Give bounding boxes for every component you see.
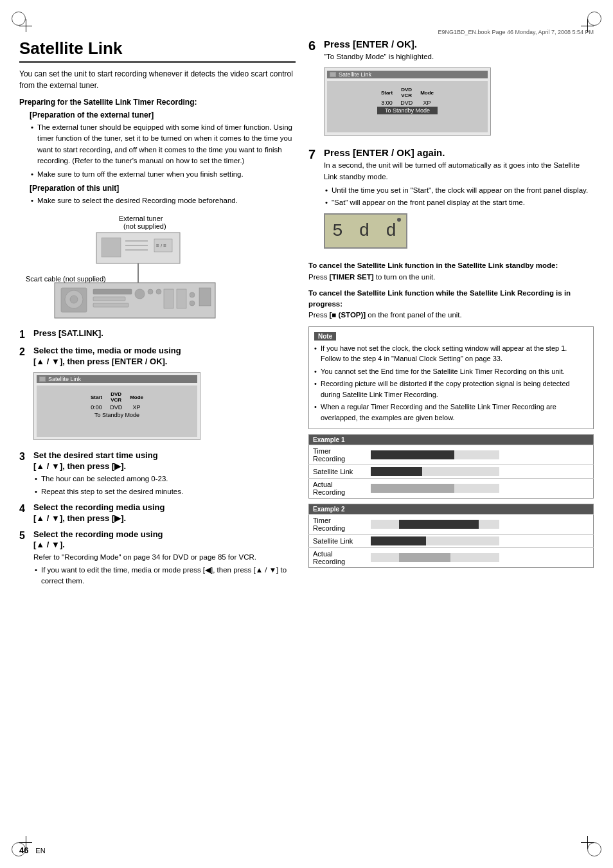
- sat-link-table-6: Start DVDVCR Mode 3:00 DVD XP: [377, 86, 438, 114]
- crosshair-br: [581, 836, 594, 849]
- sat-link-title-bar: Satellite Link: [37, 375, 197, 383]
- sub2-bullet-0: Make sure to select the desired Recordin…: [30, 195, 296, 206]
- ex1-sat-bar: [367, 465, 594, 479]
- step-1-num: 1: [19, 328, 31, 341]
- main-content: Satellite Link You can set the unit to s…: [19, 39, 594, 592]
- col-vcr-6: DVDVCR: [396, 86, 416, 99]
- step-5: 5 Select the recording mode using[▲ / ▼]…: [19, 529, 296, 587]
- page-container: E9NG1BD_EN.book Page 46 Monday, April 7,…: [0, 0, 613, 868]
- step-2-text: Select the time, media or mode using[▲ /…: [33, 346, 200, 368]
- col-start-6: Start: [377, 86, 396, 99]
- svg-text:External tuner: External tuner: [119, 215, 163, 222]
- sat-link-ui-step2: Satellite Link Start DVDVCR Mode 0:0: [33, 372, 200, 440]
- step-6: 6 Press [ENTER / OK]. "To Standby Mode" …: [308, 39, 594, 141]
- crosshair-tr: [581, 19, 594, 32]
- sub2-section: [Preparation of this unit] Make sure to …: [19, 184, 296, 206]
- diagram: External tuner (not supplied) ≡ / ≡ Scar…: [19, 207, 296, 328]
- step-4-num: 4: [19, 502, 31, 515]
- ex2-timer-bar: [367, 515, 594, 535]
- step-2-num: 2: [19, 346, 31, 358]
- step-1-text: Press [SAT.LINK].: [33, 328, 103, 339]
- ex1-sat-label: Satellite Link: [309, 465, 367, 479]
- note-1: You cannot set the End time for the Sate…: [314, 366, 588, 377]
- cancel-section-1: To cancel the Satellite Link function in…: [308, 260, 594, 283]
- col-start: Start: [87, 391, 106, 403]
- svg-rect-17: [93, 303, 129, 307]
- col-vcr: DVDVCR: [106, 391, 126, 403]
- sub1-bullet-0: The external tuner should be equipped wi…: [30, 122, 296, 166]
- ex2-timer-label: TimerRecording: [309, 515, 367, 535]
- page-num-value: 46: [19, 846, 28, 855]
- svg-rect-3: [102, 238, 121, 257]
- standby-text-6: To Standby Mode: [377, 107, 438, 114]
- left-column: Satellite Link You can set the unit to s…: [19, 39, 296, 592]
- right-column: 6 Press [ENTER / OK]. "To Standby Mode" …: [308, 39, 594, 592]
- page-number: 46 EN: [19, 846, 46, 855]
- sat-link-content-6: Start DVDVCR Mode 3:00 DVD XP: [327, 81, 488, 132]
- step-4-text: Select the recording media using[▲ / ▼],…: [33, 502, 164, 524]
- example-1-title: Example 1: [309, 435, 594, 445]
- section-title: Satellite Link: [19, 39, 296, 63]
- row-start-6: 3:00: [377, 99, 396, 107]
- svg-rect-18: [135, 289, 145, 299]
- step-3-text: Set the desired start time using[▲ / ▼],…: [33, 450, 183, 472]
- ex1-timer-bar: [367, 445, 594, 465]
- step-2: 2 Select the time, media or mode using[▲…: [19, 346, 296, 446]
- svg-text:(not supplied): (not supplied): [123, 222, 166, 230]
- ex2-sat-bar: [367, 535, 594, 548]
- svg-text:≡ / ≡: ≡ / ≡: [156, 243, 166, 249]
- step-3-bullet-1: Repeat this step to set the desired minu…: [33, 486, 183, 497]
- svg-point-14: [70, 296, 78, 303]
- example-2-title: Example 2: [309, 504, 594, 515]
- step-5-body: Refer to "Recording Mode" on page 34 for…: [33, 552, 296, 563]
- sub1-bullet-1: Make sure to turn off the external tuner…: [30, 169, 296, 180]
- svg-rect-21: [164, 289, 173, 308]
- sat-link-icon-6: [330, 72, 336, 77]
- svg-rect-20: [156, 289, 161, 294]
- svg-rect-16: [93, 297, 125, 301]
- lcd-text: 5 d d: [332, 221, 399, 241]
- sat-link-icon: [39, 376, 46, 382]
- sat-link-ui-step6: Satellite Link Start DVDVCR Mode 3:0: [324, 67, 491, 136]
- sub1-header: [Preparation of the external tuner]: [30, 111, 296, 120]
- sat-link-title-6: Satellite Link: [339, 71, 371, 78]
- example-1-table: Example 1 TimerRecording Satellite Link: [308, 434, 594, 499]
- connection-diagram: External tuner (not supplied) ≡ / ≡ Scar…: [19, 212, 251, 321]
- row-mode-6: XP: [416, 99, 438, 107]
- lcd-display: 5 d d: [324, 213, 407, 249]
- col-mode: Mode: [126, 391, 147, 403]
- row-start: 0:00: [87, 403, 106, 411]
- step-4: 4 Select the recording media using[▲ / ▼…: [19, 502, 296, 524]
- cancel-1-bold: To cancel the Satellite Link function in…: [308, 260, 594, 271]
- step-5-text: Select the recording mode using[▲ / ▼].: [33, 529, 296, 551]
- preparing-header: Preparing for the Satellite Link Timer R…: [19, 98, 296, 107]
- sat-link-table: Start DVDVCR Mode 0:00 DVD XP: [87, 391, 147, 419]
- row-dvd-6: DVD: [396, 99, 416, 107]
- svg-rect-24: [190, 301, 195, 306]
- step-7-num: 7: [308, 147, 321, 161]
- note-2: Recording picture will be distorted if t…: [314, 378, 588, 400]
- step-1: 1 Press [SAT.LINK].: [19, 328, 296, 341]
- svg-rect-15: [93, 289, 132, 294]
- note-box: Note If you have not set the clock, the …: [308, 326, 594, 430]
- cancel-1-body: Press [TIMER SET] to turn on the unit.: [308, 272, 594, 283]
- ex1-timer-label: TimerRecording: [309, 445, 367, 465]
- note-0: If you have not set the clock, the clock…: [314, 343, 588, 364]
- step-7-text: Press [ENTER / OK] again.: [324, 147, 594, 159]
- ex2-actual-label: ActualRecording: [309, 548, 367, 568]
- ex1-actual-label: ActualRecording: [309, 479, 367, 499]
- section-intro: You can set the unit to start recording …: [19, 68, 296, 91]
- ex1-actual-bar: [367, 479, 594, 499]
- step-5-num: 5: [19, 529, 31, 542]
- sat-link-content: Start DVDVCR Mode 0:00 DVD XP: [37, 385, 197, 437]
- ex2-sat-label: Satellite Link: [309, 535, 367, 548]
- standby-text: To Standby Mode: [87, 411, 147, 419]
- row-mode: XP: [126, 403, 147, 411]
- step-5-bullet: If you want to edit the time, media or m…: [33, 565, 296, 587]
- row-dvd: DVD: [106, 403, 126, 411]
- page-suffix: EN: [35, 847, 45, 855]
- file-info: E9NG1BD_EN.book Page 46 Monday, April 7,…: [19, 29, 594, 35]
- sat-link-title-bar-6: Satellite Link: [327, 71, 488, 78]
- step-6-body: "To Standby Mode" is highlighted.: [324, 51, 491, 62]
- sub2-header: [Preparation of this unit]: [30, 184, 296, 193]
